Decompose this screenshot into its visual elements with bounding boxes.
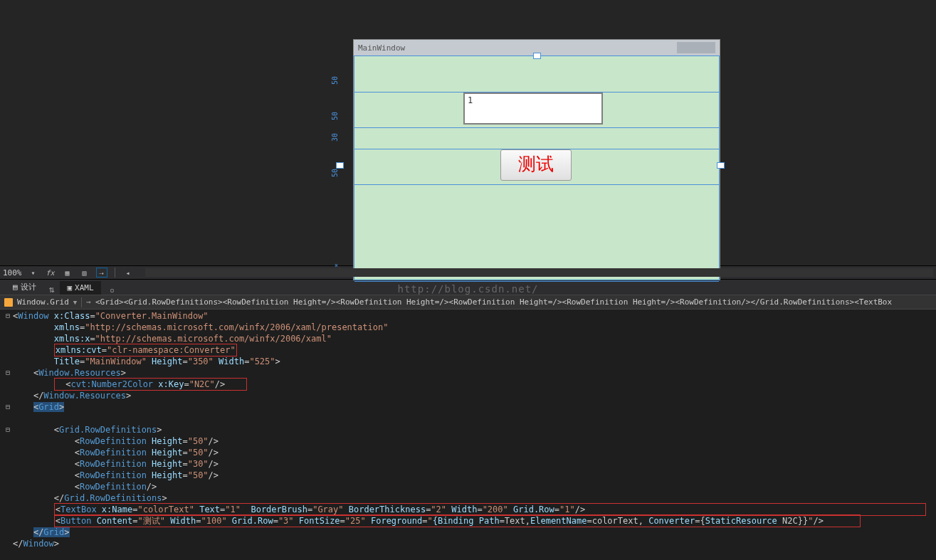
- xaml-designer-surface[interactable]: MainWindow 50 50 30 50 1* 1 测试: [0, 0, 936, 265]
- xaml-editor[interactable]: ⊟<Window x:Class="Converter.MainWindow" …: [0, 310, 936, 560]
- max-icon: [690, 42, 703, 53]
- preview-title: MainWindow: [358, 43, 405, 53]
- row-height-label: 50: [331, 76, 339, 85]
- watermark-text: http://blog.csdn.net/: [397, 283, 538, 295]
- divider: [81, 297, 82, 307]
- snap-lines-icon[interactable]: ⇢: [96, 268, 107, 278]
- resize-handle-top[interactable]: [533, 53, 541, 59]
- preview-button[interactable]: 测试: [500, 149, 572, 181]
- grid-row-line: 50: [354, 127, 719, 128]
- doc-icon: ▤: [13, 282, 18, 292]
- zoom-level[interactable]: 100%: [3, 268, 22, 278]
- horizontal-scrollbar[interactable]: [145, 268, 934, 277]
- tab-design[interactable]: ▤ 设计: [6, 280, 43, 295]
- chevron-down-icon[interactable]: ▼: [73, 299, 77, 306]
- divider: [115, 268, 115, 278]
- close-icon: [703, 42, 715, 53]
- tab-label: XAML: [75, 283, 94, 292]
- min-icon: [677, 42, 690, 53]
- resize-handle-right[interactable]: [717, 162, 725, 169]
- element-icon: [4, 298, 13, 307]
- scroll-left-icon[interactable]: ◂: [122, 268, 134, 278]
- grid-row-line: 1*: [354, 281, 719, 282]
- xaml-icon: ▣: [67, 283, 72, 292]
- tab-label: 设计: [21, 282, 36, 292]
- swap-panes-icon[interactable]: ⇅: [49, 284, 55, 295]
- preview-window: MainWindow 50 50 30 50 1* 1 测试: [353, 39, 720, 280]
- breadcrumb-path[interactable]: <Grid><Grid.RowDefinitions><RowDefinitio…: [95, 297, 892, 307]
- arrow-right-icon: →: [86, 297, 91, 307]
- grid-row-line: 50: [354, 184, 719, 185]
- xaml-breadcrumb-bar: Window.Grid ▼ → <Grid><Grid.RowDefinitio…: [0, 295, 936, 310]
- resize-handle-left[interactable]: [336, 162, 344, 169]
- row-height-label: 50: [331, 169, 339, 177]
- row-height-label: 30: [331, 133, 339, 142]
- fx-icon[interactable]: fx: [45, 268, 56, 278]
- row-height-label: 50: [331, 112, 339, 120]
- grid-icon[interactable]: ▦: [62, 268, 73, 278]
- preview-textbox[interactable]: 1: [463, 93, 603, 125]
- breadcrumb-element[interactable]: Window.Grid: [17, 297, 69, 307]
- popup-icon[interactable]: ▫: [107, 285, 118, 295]
- preview-client[interactable]: 50 50 30 50 1* 1 测试: [354, 56, 720, 280]
- tab-xaml[interactable]: ▣ XAML: [60, 281, 100, 295]
- preview-window-buttons: [677, 42, 715, 53]
- snapping-icon[interactable]: ▥: [79, 268, 90, 278]
- chevron-down-icon[interactable]: ▾: [28, 268, 39, 278]
